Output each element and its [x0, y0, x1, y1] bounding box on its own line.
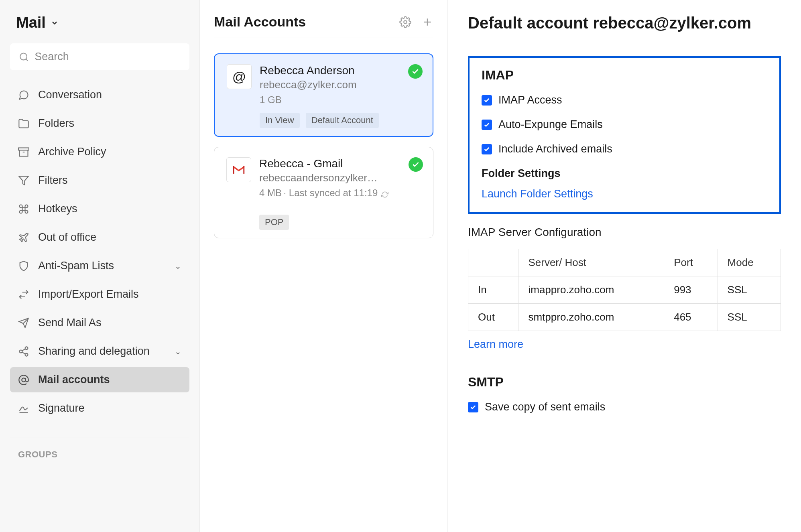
plus-icon[interactable]: [421, 16, 433, 28]
nav-item-import-export[interactable]: Import/Export Emails: [10, 282, 189, 307]
nav-item-sharing[interactable]: Sharing and delegation ⌄: [10, 339, 189, 364]
launch-folder-settings-link[interactable]: Launch Folder Settings: [482, 188, 593, 200]
shield-icon: [18, 260, 29, 272]
gmail-avatar-icon: [226, 157, 251, 182]
nav-item-anti-spam[interactable]: Anti-Spam Lists ⌄: [10, 253, 189, 278]
learn-more-link[interactable]: Learn more: [468, 338, 523, 350]
cell-mode: SSL: [718, 304, 781, 331]
nav-label: Folders: [38, 117, 74, 130]
import-export-icon: [18, 289, 29, 300]
command-icon: [18, 203, 29, 215]
checkbox-include-archived[interactable]: Include Archived emails: [482, 143, 767, 155]
cell-dir: Out: [468, 304, 518, 331]
nav-item-folders[interactable]: Folders: [10, 111, 189, 136]
smtp-heading: SMTP: [468, 375, 781, 390]
search-box[interactable]: [10, 43, 189, 70]
search-input[interactable]: [35, 51, 181, 63]
nav-label: Import/Export Emails: [38, 288, 139, 301]
at-avatar-icon: @: [227, 64, 252, 89]
cell-mode: SSL: [718, 276, 781, 304]
search-icon: [19, 51, 29, 63]
plane-icon: [18, 232, 29, 243]
expand-icon: ⌄: [175, 347, 181, 356]
cell-dir: In: [468, 276, 518, 304]
tag-in-view: In View: [260, 113, 300, 128]
share-icon: [18, 346, 29, 357]
svg-point-9: [25, 347, 28, 349]
main-panel: Default account rebecca@zylker.com IMAP …: [448, 0, 801, 532]
nav-label: Mail accounts: [38, 374, 110, 386]
checkbox-imap-access[interactable]: IMAP Access: [482, 94, 767, 106]
refresh-icon[interactable]: [381, 191, 388, 198]
send-icon: [18, 317, 29, 329]
svg-point-14: [22, 378, 25, 382]
accounts-title: Mail Accounts: [214, 14, 389, 30]
at-icon: [18, 374, 29, 386]
cell-port: 993: [664, 276, 718, 304]
svg-point-16: [404, 20, 407, 24]
nav-label: Hotkeys: [38, 203, 77, 215]
svg-point-0: [20, 53, 27, 60]
account-name: Rebecca - Gmail: [259, 157, 421, 170]
checkbox-label: IMAP Access: [498, 94, 562, 106]
checkbox-save-sent[interactable]: Save copy of sent emails: [468, 401, 781, 413]
nav-item-filters[interactable]: Filters: [10, 168, 189, 193]
accounts-header: Mail Accounts: [214, 14, 433, 37]
sidebar-header[interactable]: Mail: [10, 14, 189, 31]
account-name: Rebecca Anderson: [260, 64, 421, 77]
account-size: 1 GB: [260, 94, 421, 106]
sidebar-title: Mail: [16, 14, 46, 31]
th-port: Port: [664, 249, 718, 276]
checkbox-icon: [482, 120, 492, 130]
nav-label: Conversation: [38, 89, 102, 101]
check-badge-icon: [409, 157, 423, 172]
table-header-row: Server/ Host Port Mode: [468, 249, 781, 276]
checkbox-label: Auto-Expunge Emails: [498, 118, 603, 131]
account-card-default[interactable]: @ Rebecca Anderson rebecca@zylker.com 1 …: [214, 53, 433, 137]
check-badge-icon: [408, 64, 423, 79]
nav-item-send-mail-as[interactable]: Send Mail As: [10, 310, 189, 335]
nav-item-out-of-office[interactable]: Out of office: [10, 225, 189, 250]
svg-rect-2: [18, 148, 29, 150]
expand-icon: ⌄: [175, 261, 181, 271]
checkbox-auto-expunge[interactable]: Auto-Expunge Emails: [482, 118, 767, 131]
folder-icon: [18, 118, 29, 129]
dot: ·: [283, 187, 289, 198]
checkbox-label: Save copy of sent emails: [485, 401, 605, 413]
nav-label: Send Mail As: [38, 317, 102, 329]
table-row-out: Out smtppro.zoho.com 465 SSL: [468, 304, 781, 331]
nav-label: Filters: [38, 174, 68, 187]
table-row-in: In imappro.zoho.com 993 SSL: [468, 276, 781, 304]
folder-settings-heading: Folder Settings: [482, 167, 767, 180]
svg-line-1: [26, 59, 28, 61]
server-config-heading: IMAP Server Configuration: [468, 226, 781, 239]
archive-icon: [18, 146, 29, 158]
imap-highlight-box: IMAP IMAP Access Auto-Expunge Emails Inc…: [468, 56, 781, 214]
groups-header: GROUPS: [10, 437, 189, 460]
gear-icon[interactable]: [399, 16, 411, 28]
last-synced: Last synced at 11:19: [289, 187, 378, 198]
accounts-panel: Mail Accounts @ Rebecca Anderson rebecca…: [200, 0, 448, 532]
cell-port: 465: [664, 304, 718, 331]
filter-icon: [18, 175, 29, 186]
cell-host: smtppro.zoho.com: [518, 304, 664, 331]
svg-line-12: [22, 352, 25, 354]
account-card-gmail[interactable]: Rebecca - Gmail rebeccaandersonzylker@g……: [214, 147, 433, 238]
nav-item-mail-accounts[interactable]: Mail accounts: [10, 367, 189, 392]
tag-default: Default Account: [306, 113, 379, 128]
nav-label: Signature: [38, 402, 85, 414]
nav-item-conversation[interactable]: Conversation: [10, 82, 189, 108]
chat-icon: [18, 89, 29, 101]
nav-item-hotkeys[interactable]: Hotkeys: [10, 196, 189, 221]
nav-item-archive-policy[interactable]: Archive Policy: [10, 139, 189, 164]
cell-host: imappro.zoho.com: [518, 276, 664, 304]
svg-point-11: [25, 353, 28, 356]
svg-line-13: [22, 349, 25, 351]
nav-label: Anti-Spam Lists: [38, 260, 114, 272]
account-size: 4 MB: [259, 187, 282, 198]
nav-item-signature[interactable]: Signature: [10, 396, 189, 421]
nav-label: Sharing and delegation: [38, 345, 150, 357]
checkbox-label: Include Archived emails: [498, 143, 612, 155]
th-mode: Mode: [718, 249, 781, 276]
th-blank: [468, 249, 518, 276]
